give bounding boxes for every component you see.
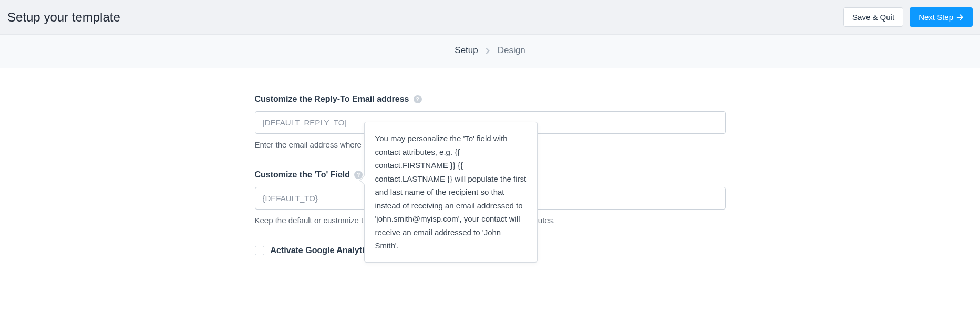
breadcrumb-step-design[interactable]: Design: [498, 45, 525, 57]
help-icon[interactable]: ?: [414, 95, 422, 103]
reply-to-label: Customize the Reply-To Email address: [255, 95, 409, 104]
next-step-button[interactable]: Next Step: [910, 7, 973, 27]
reply-to-label-row: Customize the Reply-To Email address ?: [255, 95, 726, 104]
chevron-right-icon: [486, 46, 490, 57]
arrow-right-icon: [956, 14, 964, 21]
breadcrumb-bar: Setup Design: [0, 35, 980, 68]
to-field-tooltip: You may personalize the 'To' field with …: [364, 122, 538, 263]
header-actions: Save & Quit Next Step: [843, 7, 973, 27]
to-field-label: Customize the 'To' Field: [255, 170, 350, 180]
save-quit-label: Save & Quit: [852, 13, 894, 22]
breadcrumb-step-setup[interactable]: Setup: [455, 45, 478, 57]
breadcrumb: Setup Design: [455, 45, 525, 57]
ga-tracking-checkbox[interactable]: [255, 246, 264, 255]
next-step-label: Next Step: [919, 13, 953, 22]
tooltip-text: You may personalize the 'To' field with …: [375, 134, 527, 250]
form-wrap: Customize the Reply-To Email address ? E…: [254, 95, 727, 255]
save-quit-button[interactable]: Save & Quit: [843, 7, 903, 27]
page-title: Setup your template: [7, 10, 120, 25]
top-header: Setup your template Save & Quit Next Ste…: [0, 0, 980, 35]
